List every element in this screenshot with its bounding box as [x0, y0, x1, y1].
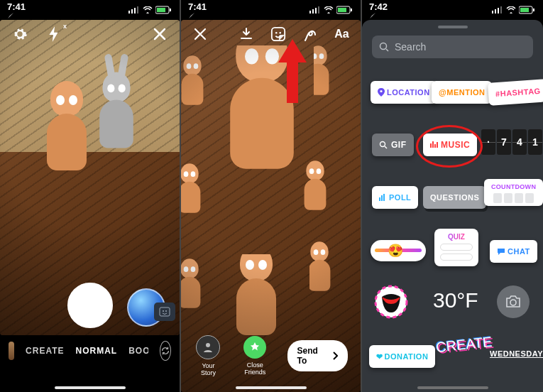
- send-to-button[interactable]: Send To: [287, 340, 348, 371]
- status-bar: 7:42: [362, 0, 543, 20]
- time-sticker[interactable]: · 7 4 1: [481, 129, 542, 155]
- donation-sticker[interactable]: ❤ DONATION: [369, 345, 435, 368]
- quiz-sticker[interactable]: QUIZ: [434, 229, 478, 266]
- chat-icon: [497, 248, 505, 255]
- gear-icon: [12, 26, 28, 42]
- gif-sticker[interactable]: GIF: [372, 134, 414, 156]
- wifi-icon: [143, 6, 153, 13]
- search-icon: [379, 141, 388, 149]
- svg-rect-15: [338, 8, 346, 12]
- svg-rect-22: [495, 9, 496, 13]
- mode-boomerang[interactable]: BOOMERANG: [128, 346, 148, 356]
- annotation-arrow: [275, 36, 310, 107]
- svg-rect-6: [170, 9, 171, 11]
- svg-point-20: [206, 343, 210, 347]
- close-button[interactable]: [191, 24, 209, 44]
- svg-point-9: [165, 310, 167, 312]
- location-sticker[interactable]: LOCATION: [371, 81, 437, 104]
- shutter-button[interactable]: [67, 283, 113, 328]
- countdown-sticker[interactable]: COUNTDOWN: [484, 179, 543, 206]
- camera-toolbar: x: [0, 24, 180, 44]
- signal-icon: [128, 6, 140, 13]
- heart-icon: ❤: [376, 352, 383, 361]
- mode-create[interactable]: CREATE: [26, 346, 64, 356]
- questions-sticker[interactable]: QUESTIONS: [423, 186, 486, 209]
- temperature-sticker[interactable]: 30°F: [433, 288, 478, 312]
- status-icons: [128, 6, 172, 14]
- svg-rect-35: [379, 197, 380, 201]
- share-bar: Your Story Close Friends Send To: [181, 335, 361, 376]
- svg-rect-27: [533, 9, 534, 11]
- your-story-button[interactable]: Your Story: [194, 335, 223, 376]
- close-button[interactable]: [150, 24, 170, 44]
- text-icon: Aa: [334, 28, 349, 40]
- svg-rect-3: [137, 6, 138, 13]
- capture-modes: CREATE NORMAL BOOMERANG: [0, 335, 180, 366]
- switch-camera-button[interactable]: [160, 341, 171, 361]
- annotation-circle: [416, 125, 483, 168]
- svg-rect-23: [498, 8, 499, 13]
- screen-camera: 7:41 x: [0, 0, 180, 392]
- svg-rect-2: [134, 8, 136, 13]
- status-icons: [309, 6, 353, 14]
- chat-sticker[interactable]: CHAT: [490, 240, 537, 263]
- search-icon: [379, 42, 389, 52]
- sticker-grid[interactable]: LOCATION @MENTION #HASHTAG GIF MUSIC: [362, 70, 543, 392]
- svg-rect-5: [157, 8, 165, 12]
- wifi-icon: [506, 6, 516, 13]
- search-placeholder: Search: [395, 41, 426, 53]
- settings-button[interactable]: [10, 24, 30, 44]
- signal-icon: [309, 6, 321, 13]
- emoji-slider-sticker[interactable]: [371, 240, 426, 261]
- close-friends-button[interactable]: Close Friends: [236, 336, 275, 376]
- chevron-right-icon: [332, 352, 338, 360]
- poll-icon: [379, 194, 386, 201]
- battery-icon: [336, 6, 353, 14]
- mention-sticker[interactable]: @MENTION: [432, 81, 492, 104]
- status-icons: [492, 6, 536, 14]
- close-icon: [153, 27, 167, 41]
- flash-badge: x: [63, 23, 67, 30]
- svg-point-29: [380, 90, 382, 92]
- svg-point-40: [510, 300, 516, 305]
- save-button[interactable]: [237, 24, 255, 44]
- battery-icon: [155, 6, 172, 14]
- sticker-search[interactable]: Search: [372, 36, 533, 58]
- star-icon: [243, 336, 266, 359]
- face-filters-button[interactable]: [154, 303, 175, 321]
- close-icon: [193, 27, 207, 41]
- svg-rect-0: [128, 11, 130, 13]
- flash-button[interactable]: x: [44, 24, 64, 44]
- home-indicator: [55, 386, 126, 389]
- svg-rect-24: [500, 6, 502, 13]
- location-arrow-icon: [369, 12, 376, 19]
- status-bar: 7:41: [181, 0, 361, 20]
- camera-sticker[interactable]: [497, 285, 530, 318]
- location-arrow-icon: [7, 12, 14, 19]
- hashtag-sticker[interactable]: #HASHTAG: [488, 79, 543, 106]
- edit-toolbar: Aa: [181, 24, 361, 44]
- signal-icon: [492, 6, 503, 13]
- mode-normal[interactable]: NORMAL: [76, 346, 118, 356]
- switch-camera-icon: [160, 346, 170, 356]
- svg-rect-7: [160, 307, 170, 316]
- sticker-panel: Search LOCATION @MENTION #HASHTAG: [362, 20, 543, 392]
- status-time: 7:41: [188, 1, 207, 19]
- create-sticker[interactable]: CREATE: [435, 334, 493, 356]
- status-time: 7:41: [7, 1, 26, 19]
- screen-stickers: 7:42 Search LOCATION @MENTION: [362, 0, 543, 392]
- weekday-sticker[interactable]: WEDNESDAY: [490, 347, 543, 359]
- svg-rect-11: [312, 9, 314, 13]
- panel-grip[interactable]: [438, 26, 468, 28]
- text-button[interactable]: Aa: [333, 24, 351, 44]
- status-time: 7:42: [369, 1, 388, 19]
- svg-rect-21: [492, 11, 493, 13]
- poll-sticker[interactable]: POLL: [372, 186, 418, 209]
- selfie-mouth-sticker[interactable]: [373, 284, 409, 320]
- svg-rect-10: [309, 11, 311, 13]
- svg-rect-26: [520, 8, 529, 12]
- svg-point-30: [380, 142, 385, 147]
- battery-icon: [519, 6, 536, 14]
- gallery-thumbnail[interactable]: [9, 342, 14, 360]
- svg-rect-16: [351, 9, 352, 11]
